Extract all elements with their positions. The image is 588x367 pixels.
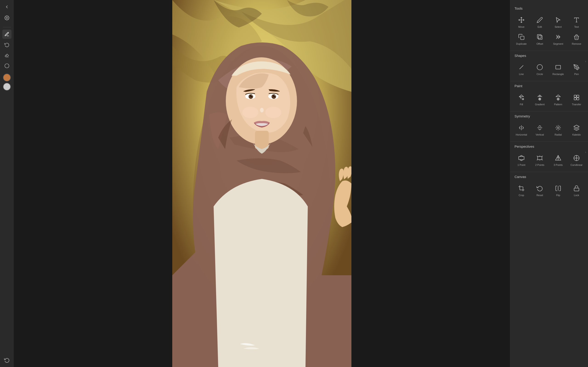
perspectives-section: Perspectives › 1 Point <box>510 143 588 171</box>
canvas-grid: Crop Reset <box>510 181 588 201</box>
tool-remove[interactable]: Remove <box>567 30 586 47</box>
right-panel: Tools Move E <box>510 0 588 367</box>
remove-icon <box>572 33 581 41</box>
1point-label: 1 Point <box>518 164 525 166</box>
tool-pen[interactable]: Pen <box>567 60 586 77</box>
tool-pattern[interactable]: Pattern <box>549 91 567 108</box>
tool-segment[interactable]: Segment <box>549 30 567 47</box>
tool-reset[interactable]: Reset <box>531 181 549 198</box>
transfer-label: Transfer <box>572 103 581 106</box>
tool-crop[interactable]: Crop <box>512 181 531 198</box>
tool-3points[interactable]: 3 Points <box>549 151 567 168</box>
divider-symmetry <box>510 111 588 111</box>
brush-sidebar-tool[interactable] <box>2 30 11 39</box>
undo-bottom[interactable] <box>2 356 11 365</box>
undo-sidebar-tool[interactable] <box>2 40 11 49</box>
paint-section: Paint Fill <box>510 82 588 110</box>
segment-label: Segment <box>553 42 563 45</box>
back-icon[interactable] <box>2 2 11 11</box>
svg-line-47 <box>556 126 557 127</box>
gradient-icon <box>536 93 544 102</box>
canvas-area[interactable] <box>14 0 510 367</box>
tool-flip[interactable]: Flip <box>549 181 567 198</box>
secondary-color-swatch[interactable] <box>3 83 11 91</box>
svg-rect-38 <box>574 98 576 100</box>
tool-circle[interactable]: Circle <box>531 60 549 77</box>
vertical-label: Vertical <box>536 133 544 136</box>
svg-point-0 <box>6 17 8 19</box>
vertical-icon <box>536 124 544 132</box>
edit-icon <box>536 16 544 24</box>
tool-offset[interactable]: Offset <box>531 30 549 47</box>
svg-line-48 <box>559 129 560 130</box>
3points-icon <box>554 154 562 162</box>
pattern-label: Pattern <box>554 103 562 106</box>
text-label: Text <box>574 25 579 28</box>
curvilinear-icon <box>572 154 581 162</box>
offset-label: Offset <box>536 42 543 45</box>
divider-canvas <box>510 172 588 172</box>
tool-kaleido[interactable]: Kaleido <box>567 121 586 138</box>
tool-vertical[interactable]: Vertical <box>531 121 549 138</box>
tool-1point[interactable]: 1 Point <box>512 151 531 168</box>
2points-icon <box>536 154 544 162</box>
svg-line-60 <box>542 160 543 160</box>
tool-gradient[interactable]: Gradient <box>531 91 549 108</box>
svg-rect-51 <box>519 156 524 160</box>
tool-rectangle[interactable]: Rectangle <box>549 60 567 77</box>
circle-sidebar-tool[interactable] <box>2 61 11 70</box>
tool-2points[interactable]: 2 Points <box>531 151 549 168</box>
perspectives-section-title: Perspectives <box>510 143 588 150</box>
symmetry-grid: Horizontal Vertical <box>510 120 588 141</box>
tool-horizontal[interactable]: Horizontal <box>512 121 531 138</box>
select-label: Select <box>555 25 562 28</box>
svg-line-27 <box>519 65 523 69</box>
tools-grid: Move Edit Select <box>510 12 588 50</box>
fill-label: Fill <box>520 103 523 106</box>
svg-line-58 <box>537 160 538 160</box>
tool-fill[interactable]: Fill <box>512 91 531 108</box>
artwork[interactable] <box>172 0 351 367</box>
tool-select[interactable]: Select <box>549 13 567 30</box>
svg-point-28 <box>537 65 542 70</box>
svg-line-50 <box>556 129 557 130</box>
horizontal-icon <box>517 124 526 132</box>
svg-point-32 <box>539 98 541 100</box>
segment-icon <box>554 33 562 41</box>
pattern-icon <box>554 93 562 102</box>
tool-radial[interactable]: Radial <box>549 121 567 138</box>
select-icon <box>554 16 562 24</box>
line-label: Line <box>519 73 524 75</box>
primary-color-swatch[interactable] <box>3 74 11 81</box>
kaleido-label: Kaleido <box>572 133 581 136</box>
eraser-sidebar-tool[interactable] <box>2 51 11 60</box>
tool-move[interactable]: Move <box>512 13 531 30</box>
svg-rect-23 <box>537 35 541 38</box>
shapes-chevron: › <box>585 59 586 63</box>
gradient-label: Gradient <box>535 103 545 106</box>
tool-line[interactable]: Line <box>512 60 531 77</box>
curvilinear-label: Curvilinear <box>571 164 583 166</box>
duplicate-label: Duplicate <box>516 42 527 45</box>
svg-point-6 <box>242 107 258 118</box>
tool-lock[interactable]: Lock <box>567 181 586 198</box>
3points-label: 3 Points <box>553 164 563 166</box>
tool-transfer[interactable]: Transfer <box>567 91 586 108</box>
crop-label: Crop <box>519 194 524 197</box>
svg-point-7 <box>265 107 281 118</box>
tool-curvilinear[interactable]: Curvilinear <box>567 151 586 168</box>
svg-rect-70 <box>574 188 579 191</box>
line-icon <box>517 63 526 71</box>
settings-icon[interactable] <box>2 13 11 23</box>
paint-section-title: Paint <box>510 82 588 90</box>
svg-rect-36 <box>574 95 576 97</box>
tool-duplicate[interactable]: Duplicate <box>512 30 531 47</box>
tool-text[interactable]: Text <box>567 13 586 30</box>
radial-label: Radial <box>554 133 562 136</box>
lock-label: Lock <box>574 194 579 197</box>
svg-rect-56 <box>538 156 542 160</box>
tool-edit[interactable]: Edit <box>531 13 549 30</box>
divider-shapes <box>510 51 588 51</box>
pen-icon <box>572 63 581 71</box>
svg-point-1 <box>5 64 9 68</box>
